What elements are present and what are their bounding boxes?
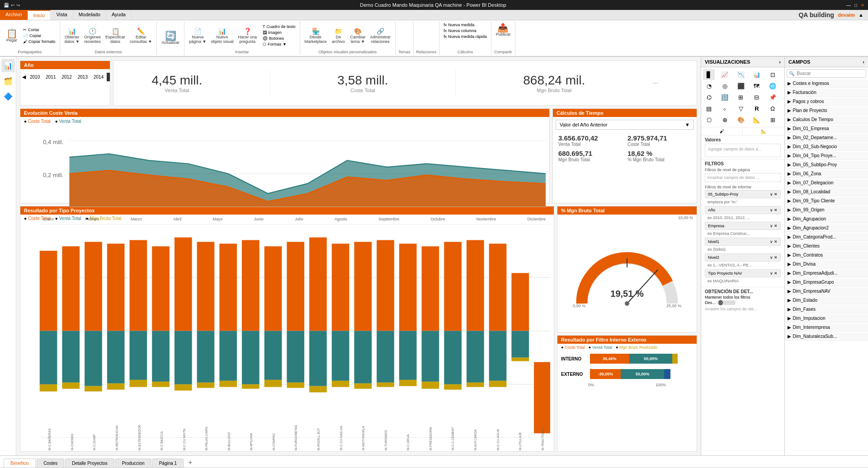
viz-matrix-icon[interactable]: ⊟ (751, 92, 763, 103)
section-fases-header[interactable]: ▶Dim_Fases (785, 305, 868, 314)
nueva-medida-rapida-btn[interactable]: fxNueva medida rápida (442, 34, 488, 39)
section-costes-header[interactable]: ▶Costes e Ingresos (785, 80, 868, 88)
section-dim05-header[interactable]: ▶Dim_05_Subtipo-Proy (785, 161, 868, 169)
especificar-btn[interactable]: 📋 Especificar datos (104, 27, 127, 45)
viz-custom2-icon[interactable]: ⬡ (703, 114, 715, 125)
section-divisa-header[interactable]: ▶Dim_Divisa (785, 260, 868, 268)
section-dim01-header[interactable]: ▶Dim_01_Empresa (785, 125, 868, 133)
section-contratos-header[interactable]: ▶Dim_Contratos (785, 251, 868, 259)
maximize-btn[interactable]: □ (854, 3, 857, 8)
section-dim09-header[interactable]: ▶Dim_09_Tipo Cliente (785, 197, 868, 205)
viz-waterfall-icon[interactable]: ⬦ (719, 103, 731, 114)
expand-icon[interactable]: ▲ (859, 12, 863, 18)
viz-bar2-icon[interactable]: 📊 (751, 69, 763, 80)
viz-card-icon[interactable]: 🔢 (719, 92, 731, 103)
nueva-medida-btn[interactable]: fxNueva medida (442, 22, 488, 28)
section-empresa-adjudi-header[interactable]: ▶Dim_EmpresaAdjudi... (785, 269, 868, 277)
section-naturaleza-header[interactable]: ▶Dim_NaturalezaSub... (785, 332, 868, 341)
formas-btn[interactable]: ⬡Formas ▼ (261, 42, 297, 47)
tab-produccion[interactable]: Produccion (115, 459, 151, 468)
copiar-formato-btn[interactable]: 🖌Copiar formato (22, 39, 57, 44)
de-archivo-btn[interactable]: 📁 De archivo (330, 27, 348, 45)
tab-beneficio[interactable]: Beneficio (4, 459, 36, 468)
redo-icon[interactable]: ↪ (16, 3, 20, 8)
nueva-columna-btn[interactable]: fxNueva columna (442, 28, 488, 33)
close-btn[interactable]: ✕ (861, 3, 864, 8)
year-2013[interactable]: 2013 (75, 73, 90, 81)
tab-archivo[interactable]: Archivo (0, 10, 28, 20)
nav-model-icon[interactable]: 🔷 (1, 89, 15, 103)
nuevo-objeto-btn[interactable]: 📊 Nuevo objeto visual (209, 27, 235, 45)
viz-format-icon[interactable]: 🎨 (735, 114, 747, 125)
imagen-btn[interactable]: 🖼Imagen (261, 30, 297, 35)
viz-analytics-icon[interactable]: 📐 (751, 114, 763, 125)
viz-collapse-btn[interactable]: › (779, 59, 781, 65)
filter-page-drop[interactable]: Arrastrar campos de datos ... (705, 173, 781, 182)
obtener-slider[interactable] (717, 300, 736, 305)
viz-map-icon[interactable]: 🗺 (751, 80, 763, 91)
viz-slicer-icon[interactable]: ▤ (703, 103, 715, 114)
section-dim03-header[interactable]: ▶Dim_03_Sub-Negocio (785, 143, 868, 151)
section-calculos-header[interactable]: ▶Calculos De Tiempo (785, 116, 868, 124)
section-clientes-header[interactable]: ▶Dim_Clientes (785, 242, 868, 250)
fields-collapse-btn[interactable]: › (863, 59, 864, 65)
publicar-btn[interactable]: 📤 Publicar (494, 22, 513, 37)
viz-custom1-icon[interactable]: Ω (767, 103, 778, 114)
admin-relaciones-btn[interactable]: 🔗 Administrar relaciones (368, 27, 393, 45)
year-2010[interactable]: 2010 (27, 73, 42, 81)
tab-add-btn[interactable]: + (184, 457, 196, 468)
nav-data-icon[interactable]: 🗂️ (1, 74, 15, 88)
marketplace-btn[interactable]: 🏪 Desde Marketplace (303, 27, 329, 45)
actualizar-btn[interactable]: 🔄 Actualizar (160, 30, 181, 46)
save-icon[interactable]: 💾 (4, 3, 9, 8)
section-interempresa-header[interactable]: ▶Dim_Interempresa (785, 323, 868, 332)
section-cat-prod-header[interactable]: ▶Dim_CategoriaProd... (785, 233, 868, 241)
cambiar-tema-btn[interactable]: 🎨 Cambiar tema ▼ (349, 27, 368, 45)
viz-area-icon[interactable]: 📉 (735, 69, 747, 80)
section-agrup-header[interactable]: ▶Dim_Agrupacion (785, 215, 868, 223)
section-pagos-header[interactable]: ▶Pagos y cobros (785, 98, 868, 106)
section-dim02-header[interactable]: ▶Dim_02_Departame... (785, 134, 868, 142)
botones-btn[interactable]: 🔘Botones (261, 36, 297, 41)
viz-donut-icon[interactable]: ◎ (719, 80, 731, 91)
section-imputacion-header[interactable]: ▶Dim_Imputacion (785, 314, 868, 323)
viz-treemap-icon[interactable]: ⬛ (735, 80, 747, 91)
viz-kpi-icon[interactable]: 📌 (767, 92, 778, 103)
viz-r-icon[interactable]: R (751, 103, 763, 114)
section-empresa-grupo-header[interactable]: ▶Dim_EmpresaGrupo (785, 278, 868, 286)
section-dim07-header[interactable]: ▶Dim_07_Delegacion (785, 179, 868, 187)
year-2014[interactable]: 2014 (91, 73, 106, 81)
window-controls[interactable]: — □ ✕ (846, 3, 864, 8)
year-2012[interactable]: 2012 (59, 73, 75, 81)
cuadro-texto-btn[interactable]: TCuadro de texto (261, 24, 297, 29)
tab-vista[interactable]: Vista (51, 10, 73, 20)
viz-custom3-icon[interactable]: ⊕ (719, 114, 731, 125)
kpi-more-icon[interactable]: ··· (652, 79, 658, 87)
viz-bar-icon[interactable]: ▊ (703, 69, 715, 80)
viz-scatter-icon[interactable]: ⊡ (767, 69, 778, 80)
year-2011[interactable]: 2011 (43, 73, 58, 81)
section-facturacion-header[interactable]: ▶Facturación (785, 89, 868, 97)
section-agrup2-header[interactable]: ▶Dim_Agrupacion2 (785, 224, 868, 232)
origenes-btn[interactable]: 🕐 Orígenes recientes (82, 27, 103, 45)
calculos-dropdown-row[interactable]: Valor del Año Anterior ▼ (556, 120, 694, 130)
minimize-btn[interactable]: — (846, 3, 851, 8)
section-dim08-header[interactable]: ▶Dim_08_Localidad (785, 188, 868, 196)
prev-year-btn[interactable]: ◀ (21, 73, 27, 81)
tab-detalle[interactable]: Detalle Proyectos (65, 459, 114, 468)
fields-search-input[interactable] (796, 70, 866, 77)
section-empresa-nav-header[interactable]: ▶Dim_EmpresaNAV (785, 287, 868, 295)
tab-modelado[interactable]: Modelado (73, 10, 106, 20)
viz-table-icon[interactable]: ⊞ (735, 92, 747, 103)
editar-btn[interactable]: ✏️ Editar consultas ▼ (128, 27, 154, 45)
section-dim99-header[interactable]: ▶Dim_99_Origen (785, 206, 868, 214)
obtener-datos-btn[interactable]: 📊 Obtener datos ▼ (63, 27, 81, 45)
section-dim06-header[interactable]: ▶Dim_06_Zona (785, 170, 868, 178)
viz-tab-format[interactable]: 🖌 (701, 127, 743, 135)
pregunta-btn[interactable]: ❓ Hacer una pregunta (236, 27, 259, 45)
section-estado-header[interactable]: ▶Dim_Estado (785, 296, 868, 304)
copiar-btn[interactable]: 📄Copiar (22, 33, 57, 38)
viz-pie-icon[interactable]: ◔ (703, 80, 715, 91)
nav-report-icon[interactable]: 📊 (1, 59, 15, 72)
year-2015[interactable]: 2015 (107, 73, 110, 81)
